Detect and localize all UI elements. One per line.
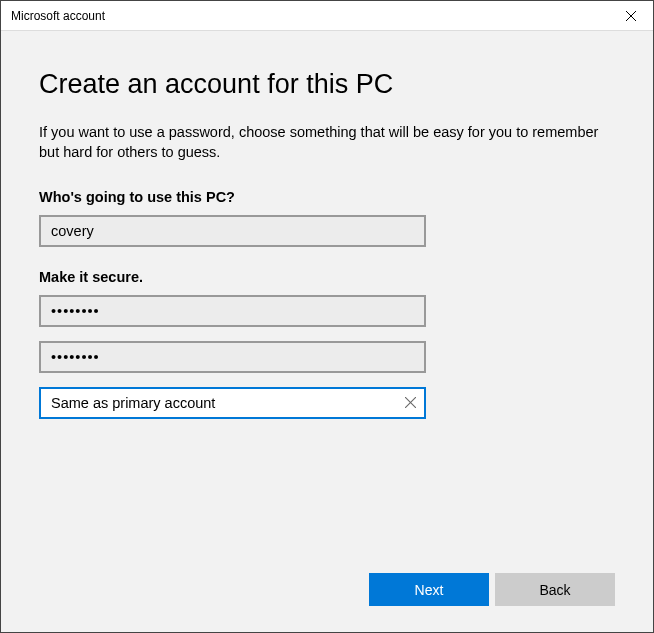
username-input[interactable] [39, 215, 426, 247]
username-label: Who's going to use this PC? [39, 189, 615, 205]
hint-wrapper [39, 387, 426, 419]
password-hint-input[interactable] [39, 387, 426, 419]
clear-icon [405, 394, 416, 412]
footer-buttons: Next Back [369, 573, 615, 606]
clear-hint-button[interactable] [400, 393, 420, 413]
confirm-password-input[interactable] [39, 341, 426, 373]
back-button[interactable]: Back [495, 573, 615, 606]
password-input[interactable] [39, 295, 426, 327]
secure-label: Make it secure. [39, 269, 615, 285]
page-heading: Create an account for this PC [39, 69, 615, 100]
dialog-window: Microsoft account Create an account for … [0, 0, 654, 633]
secure-group: Make it secure. [39, 269, 615, 419]
next-button[interactable]: Next [369, 573, 489, 606]
close-icon [626, 7, 636, 25]
window-title: Microsoft account [11, 9, 105, 23]
username-group: Who's going to use this PC? [39, 189, 615, 247]
page-description: If you want to use a password, choose so… [39, 122, 615, 163]
titlebar: Microsoft account [1, 1, 653, 31]
content-area: Create an account for this PC If you wan… [1, 31, 653, 632]
close-button[interactable] [608, 1, 653, 31]
